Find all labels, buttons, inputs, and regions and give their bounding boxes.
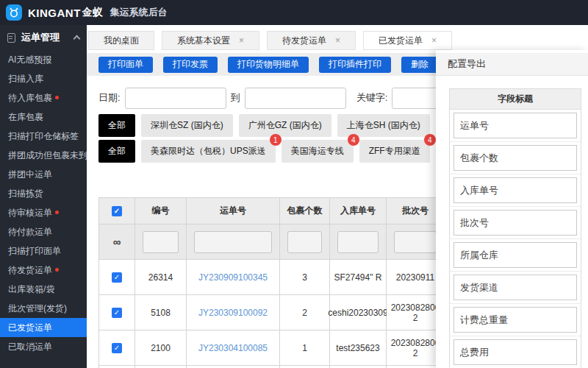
id-filter-input[interactable] <box>143 231 179 253</box>
waybill-link[interactable]: JY230309100092 <box>198 308 268 318</box>
infinity-icon[interactable]: ∞ <box>113 236 121 248</box>
close-icon[interactable]: × <box>335 35 340 46</box>
export-field-input[interactable]: 入库单号 <box>453 177 577 203</box>
sidebar-item-pending-payment[interactable]: 待付款运单 <box>0 222 87 241</box>
sidebar-section-label: 运单管理 <box>21 31 60 44</box>
column-header-waybill: 运单号 <box>187 198 280 224</box>
row-checkbox[interactable]: ✓ <box>112 308 122 318</box>
waybill-link[interactable]: JY230909100345 <box>198 272 268 283</box>
sidebar-item-scan-print-storage-label[interactable]: 扫描打印仓储标签 <box>0 127 87 146</box>
export-field-input[interactable]: 包裹个数 <box>453 145 577 171</box>
print-invoice-button[interactable]: 打印发票 <box>163 57 218 73</box>
sidebar-item-grouping-waybill[interactable]: 拼团中运单 <box>0 165 87 184</box>
kingant-logo-icon <box>6 4 22 21</box>
notification-dot <box>55 96 59 99</box>
notification-dot <box>55 268 59 272</box>
sidebar-item-pending-inbound[interactable]: 待入库包裹 <box>0 88 87 107</box>
sidebar-item-scan-inbound[interactable]: 扫描入库 <box>0 69 87 88</box>
sidebar-item-ai-forecast[interactable]: AI无感预报 <box>0 50 87 69</box>
tab-bar: 我的桌面 系统基本设置× 待发货运单× 已发货运单× <box>88 31 452 50</box>
waybill-table: ✓ 编号 运单号 包裹个数 入库单号 批次号 ∞ ✓ 26314 JY23090… <box>98 197 444 368</box>
count-badge: 4 <box>348 134 359 146</box>
batch-filter-input[interactable] <box>394 231 437 253</box>
cell-count: 2 <box>280 295 330 330</box>
table-filter-row: ∞ <box>99 224 444 260</box>
date-end-input[interactable] <box>245 88 346 109</box>
count-filter-input[interactable] <box>287 231 322 253</box>
table-row: ✓ 5108 JY230309100092 2 ceshi20230309 20… <box>99 295 444 330</box>
count-badge: 4 <box>424 134 436 146</box>
warehouse-tag-all[interactable]: 全部 <box>98 114 135 137</box>
channel-tag-us-sea[interactable]: 美国海运专线4 <box>282 140 354 163</box>
waybill-link[interactable]: JY230304100085 <box>198 343 268 353</box>
column-header-id: 编号 <box>135 198 187 224</box>
cell-inbound: test235623 <box>330 330 387 366</box>
field-title-header: 字段标题 <box>450 89 581 110</box>
sidebar-item-pending-shipment[interactable]: 待发货运单 <box>0 261 87 280</box>
column-header-count: 包裹个数 <box>280 198 330 224</box>
brand-name: KINGANT <box>28 7 81 19</box>
export-field-input[interactable]: 总费用 <box>453 339 577 365</box>
drawer-title: 配置导出 <box>436 53 588 76</box>
warehouse-tag-guangzhou[interactable]: 广州仓GZ (国内仓) <box>239 114 331 137</box>
sidebar-item-batch-management[interactable]: 批次管理(发货) <box>0 299 87 318</box>
cell-id: 5108 <box>135 295 187 330</box>
export-field-input[interactable]: 发货渠道 <box>453 275 577 300</box>
notification-dot <box>55 210 59 214</box>
warehouse-tag-shenzhen[interactable]: 深圳仓SZ (国内仓) <box>141 114 233 137</box>
cell-count: 1 <box>280 330 330 366</box>
sidebar-item-in-warehouse[interactable]: 在库包裹 <box>0 107 87 127</box>
tab-my-desktop[interactable]: 我的桌面 <box>88 31 154 50</box>
channel-tag-all[interactable]: 全部 <box>98 140 135 163</box>
close-icon[interactable]: × <box>431 35 437 46</box>
sidebar-item-scan-print-label[interactable]: 扫描打印面单 <box>0 241 87 261</box>
print-label-button[interactable]: 打印面单 <box>98 57 153 73</box>
brand-name-cn: 金蚁 <box>82 6 103 19</box>
export-field-input[interactable]: 计费总重量 <box>453 307 577 333</box>
tab-pending-shipment[interactable]: 待发货运单× <box>267 31 356 50</box>
sidebar-item-cancelled-waybill[interactable]: 已取消运单 <box>0 337 87 356</box>
document-icon <box>7 33 15 43</box>
export-field-input[interactable]: 运单号 <box>453 113 577 138</box>
channel-tag-matson-ups[interactable]: 美森限时达（包税）UPS派送1 <box>141 140 276 163</box>
date-start-input[interactable] <box>125 88 226 109</box>
channel-tag-zff[interactable]: ZFF专用渠道4 <box>359 140 430 163</box>
table-row: ✓ 26314 JY230909100345 3 SF27494" R 2023… <box>99 260 444 295</box>
top-bar: KINGANT 金蚁 集运系统后台 <box>0 0 588 25</box>
keyword-label: 关键字: <box>356 91 388 105</box>
close-icon[interactable]: × <box>239 35 244 46</box>
warehouse-tag-shanghai[interactable]: 上海仓SH (国内仓) <box>337 114 430 137</box>
export-field-input[interactable]: 所属仓库 <box>453 242 577 268</box>
inbound-filter-input[interactable] <box>337 231 379 253</box>
table-header-row: ✓ 编号 运单号 包裹个数 入库单号 批次号 <box>99 198 444 224</box>
app-subtitle: 集运系统后台 <box>110 6 168 19</box>
export-field-input[interactable]: 批次号 <box>453 210 577 236</box>
to-label: 到 <box>231 91 240 105</box>
table-row: ✓ 2100 JY230304100085 1 test235623 20230… <box>99 330 444 366</box>
select-all-checkbox[interactable]: ✓ <box>112 206 122 216</box>
cell-id: 26314 <box>135 260 187 295</box>
sidebar-item-pending-review[interactable]: 待审核运单 <box>0 203 87 222</box>
column-header-inbound: 入库单号 <box>330 198 387 224</box>
print-goods-detail-button[interactable]: 打印货物明细单 <box>228 57 309 73</box>
row-checkbox[interactable]: ✓ <box>112 343 122 353</box>
sidebar-item-scan-picking[interactable]: 扫描拣货 <box>0 184 87 203</box>
config-export-drawer: 配置导出 字段标题 运单号 包裹个数 入库单号 批次号 所属仓库 发货渠道 计费… <box>436 50 588 368</box>
sidebar-item-outbound-packing[interactable]: 出库装箱/袋 <box>0 280 87 299</box>
waybill-filter-input[interactable] <box>194 231 272 253</box>
chevron-up-icon <box>74 35 81 43</box>
cell-id: 2100 <box>135 330 187 366</box>
export-field-table: 字段标题 运单号 包裹个数 入库单号 批次号 所属仓库 发货渠道 计费总重量 总… <box>449 88 581 368</box>
sidebar-item-group-incomplete[interactable]: 拼团成功但包裹未到齐 <box>0 146 87 165</box>
print-plugin-button[interactable]: 打印插件打印 <box>319 57 391 73</box>
sidebar-item-shipped-waybill[interactable]: 已发货运单 <box>0 318 87 337</box>
cell-inbound: ceshi20230309 <box>330 295 387 330</box>
tab-system-settings[interactable]: 系统基本设置× <box>162 31 259 50</box>
cell-inbound: SF27494" R <box>330 260 387 295</box>
tab-shipped-waybill[interactable]: 已发货运单× <box>363 31 452 50</box>
sidebar-section-waybill-management[interactable]: 运单管理 <box>0 25 87 50</box>
count-badge: 1 <box>270 134 282 146</box>
date-label: 日期: <box>98 91 121 105</box>
row-checkbox[interactable]: ✓ <box>112 272 122 283</box>
sidebar: 运单管理 AI无感预报 扫描入库 待入库包裹 在库包裹 扫描打印仓储标签 拼团成… <box>0 25 87 368</box>
